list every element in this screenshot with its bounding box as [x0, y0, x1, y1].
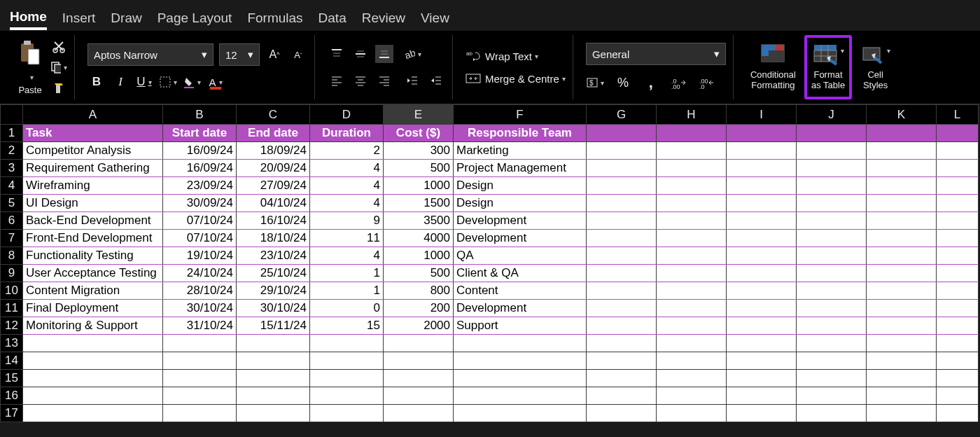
cell[interactable]: 15 — [310, 317, 384, 335]
cell[interactable]: Final Deployment — [23, 300, 163, 317]
increase-decimal-button[interactable]: .0.00 — [670, 74, 688, 92]
increase-indent-button[interactable] — [427, 71, 445, 90]
cell[interactable] — [587, 142, 657, 160]
wrap-text-button[interactable]: ab Wrap Text — [465, 50, 566, 62]
cell[interactable] — [237, 352, 310, 370]
cell[interactable]: 2000 — [384, 317, 454, 335]
cell[interactable]: 1 — [310, 265, 384, 282]
cell[interactable] — [937, 317, 979, 335]
cell[interactable] — [867, 265, 937, 282]
cell[interactable]: Monitoring & Support — [23, 317, 163, 335]
cell[interactable] — [727, 247, 797, 265]
column-header-G[interactable]: G — [587, 105, 657, 125]
row-header-13[interactable]: 13 — [1, 335, 23, 352]
column-header-F[interactable]: F — [454, 105, 587, 125]
column-header-K[interactable]: K — [867, 105, 937, 125]
cell[interactable] — [657, 160, 727, 177]
cell[interactable] — [587, 230, 657, 247]
cell[interactable] — [657, 335, 727, 352]
cell[interactable] — [587, 370, 657, 387]
cell[interactable]: 4 — [310, 195, 384, 212]
cell[interactable] — [937, 405, 979, 422]
cell[interactable] — [657, 317, 727, 335]
cell[interactable] — [867, 352, 937, 370]
tab-home[interactable]: Home — [10, 6, 47, 30]
cell[interactable]: 23/09/24 — [163, 177, 237, 195]
cell[interactable]: Wireframing — [23, 177, 163, 195]
cell[interactable] — [797, 177, 867, 195]
cell[interactable] — [454, 352, 587, 370]
percent-button[interactable]: % — [614, 74, 632, 92]
cell-styles-dropdown[interactable] — [884, 43, 890, 56]
cell[interactable] — [937, 265, 979, 282]
cell[interactable]: 27/09/24 — [237, 177, 310, 195]
cell[interactable]: Marketing — [454, 142, 587, 160]
cell[interactable]: 29/10/24 — [237, 282, 310, 300]
cell[interactable] — [727, 230, 797, 247]
cell-styles-button[interactable]: Cell Styles — [856, 35, 895, 99]
cell[interactable] — [23, 387, 163, 405]
column-header-A[interactable]: A — [23, 105, 163, 125]
cell[interactable] — [587, 317, 657, 335]
row-header-11[interactable]: 11 — [1, 300, 23, 317]
cell[interactable] — [657, 247, 727, 265]
cell[interactable] — [867, 317, 937, 335]
cell[interactable] — [163, 352, 237, 370]
cell[interactable]: 3500 — [384, 212, 454, 230]
decrease-indent-button[interactable] — [403, 71, 421, 90]
cell[interactable] — [657, 265, 727, 282]
row-header-5[interactable]: 5 — [1, 195, 23, 212]
cell[interactable]: 4 — [310, 177, 384, 195]
conditional-formatting-button[interactable]: Conditional Formatting — [746, 35, 800, 99]
cell[interactable]: 800 — [384, 282, 454, 300]
cell[interactable] — [657, 195, 727, 212]
cut-button[interactable] — [50, 38, 67, 55]
cell[interactable] — [867, 370, 937, 387]
cell[interactable] — [937, 177, 979, 195]
column-header-C[interactable]: C — [237, 105, 310, 125]
cell[interactable] — [727, 265, 797, 282]
cell[interactable]: 18/10/24 — [237, 230, 310, 247]
header-cell[interactable]: Cost ($) — [384, 125, 454, 142]
column-header-E[interactable]: E — [384, 105, 454, 125]
decrease-font-button[interactable]: Aˇ — [289, 46, 307, 64]
header-cell[interactable]: End date — [237, 125, 310, 142]
row-header-7[interactable]: 7 — [1, 230, 23, 247]
column-header-D[interactable]: D — [310, 105, 384, 125]
cell[interactable] — [454, 405, 587, 422]
cell[interactable] — [310, 387, 384, 405]
cell[interactable] — [727, 160, 797, 177]
cell[interactable] — [867, 247, 937, 265]
cell[interactable] — [727, 212, 797, 230]
cell[interactable]: 07/10/24 — [163, 230, 237, 247]
bold-button[interactable]: B — [88, 73, 106, 91]
row-header-12[interactable]: 12 — [1, 317, 23, 335]
cell[interactable] — [727, 370, 797, 387]
cell[interactable] — [237, 335, 310, 352]
cell[interactable] — [237, 405, 310, 422]
cell[interactable] — [797, 405, 867, 422]
cell[interactable] — [454, 387, 587, 405]
cell[interactable] — [727, 352, 797, 370]
cell[interactable]: 300 — [384, 142, 454, 160]
cell[interactable] — [867, 142, 937, 160]
cell[interactable] — [587, 212, 657, 230]
cell[interactable] — [587, 282, 657, 300]
cell[interactable] — [23, 352, 163, 370]
cell[interactable]: 1000 — [384, 177, 454, 195]
cell[interactable]: 07/10/24 — [163, 212, 237, 230]
cell[interactable]: 30/09/24 — [163, 195, 237, 212]
italic-button[interactable]: I — [111, 73, 130, 91]
cell[interactable]: 28/10/24 — [163, 282, 237, 300]
cell[interactable]: 18/09/24 — [237, 142, 310, 160]
cell[interactable]: Content Migration — [23, 282, 163, 300]
cell[interactable] — [937, 282, 979, 300]
cell[interactable]: 500 — [384, 265, 454, 282]
cell[interactable] — [384, 352, 454, 370]
cell[interactable]: QA — [454, 247, 587, 265]
cell[interactable]: UI Design — [23, 195, 163, 212]
cell[interactable] — [937, 125, 979, 142]
cell[interactable]: Requirement Gathering — [23, 160, 163, 177]
header-cell[interactable]: Duration — [310, 125, 384, 142]
cell[interactable] — [163, 370, 237, 387]
